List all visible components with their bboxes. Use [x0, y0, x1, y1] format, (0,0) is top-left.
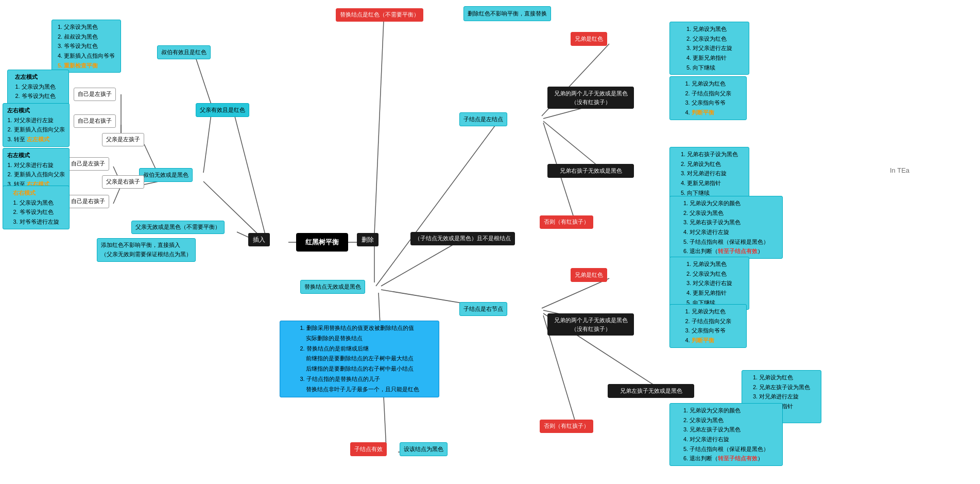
self-right-rr-steps: 右右模式 1. 父亲设为黑色 2. 爷爷设为红色 3. 对爷爷进行左旋	[3, 186, 70, 229]
svg-line-15	[376, 120, 500, 286]
svg-line-13	[374, 21, 384, 235]
child-right-label: 子结点是右节点	[463, 305, 503, 313]
brother-left-invalid-r-label: 兄弟左孩子无效或是黑色	[620, 387, 682, 395]
not-root-node: （子结点无效或是黑色）且不是根结点	[410, 232, 515, 245]
svg-line-23	[542, 278, 609, 308]
has-red-l-steps: 1. 兄弟设为父亲的颜色 2. 父亲设为黑色 3. 兄弟右孩子设为黑色 4. 对…	[669, 196, 783, 259]
brother-both-invalid-l-label: 兄弟的两个儿子无效或是黑色（没有红孩子）	[554, 89, 628, 106]
father-left-node: 父亲是左孩子	[102, 133, 144, 146]
set-black-label: 设该结点为黑色	[404, 445, 443, 454]
child-left-label: 子结点是左结点	[463, 115, 503, 124]
brother-both-invalid-l-node: 兄弟的两个儿子无效或是黑色（没有红孩子）	[547, 87, 634, 109]
self-left-1-label: 自己是左孩子	[78, 90, 112, 98]
father-valid-red-node: 父亲有效且是红色	[196, 103, 249, 117]
center-label: 红黑树平衡	[305, 237, 339, 247]
father-right-node: 父亲是右孩子	[102, 175, 144, 189]
has-red-l-node: 否则（有红孩子）	[540, 215, 593, 229]
brother-left-invalid-r-node: 兄弟左孩子无效或是黑色	[608, 384, 694, 398]
uncle-valid-red-node: 叔伯有效且是红色	[157, 45, 211, 59]
replace-invalid-black-node: 替换结点无效或是黑色	[300, 280, 365, 294]
brother-both-invalid-l-steps: 1. 兄弟设为红色 2. 子结点指向父亲 3. 父亲指向爷爷 4. 判断平衡	[669, 76, 747, 120]
not-root-label: （子结点无效或是黑色）且不是根结点	[415, 235, 511, 243]
child-right-node: 子结点是右节点	[459, 302, 507, 316]
father-valid-red-label: 父亲有效且是红色	[200, 106, 245, 114]
center-node: 红黑树平衡	[296, 233, 348, 252]
replace-red-steps: 删除红色不影响平衡，直接替换	[463, 6, 551, 21]
uncle-invalid-black-node: 叔伯无效或是黑色	[139, 168, 193, 182]
self-left-1-node: 自己是左孩子	[74, 88, 116, 101]
brother-red-l-steps: 1. 兄弟设为黑色 2. 父亲设为红色 3. 对父亲进行左旋 4. 更新兄弟指针…	[669, 22, 749, 75]
set-black-node: 设该结点为黑色	[400, 442, 448, 456]
father-invalid-black-note: 添加红色不影响平衡，直接插入（父亲无效则需要保证根结点为黑）	[97, 238, 196, 262]
father-left-label: 父亲是左孩子	[106, 136, 140, 144]
self-right-2-label: 自己是右孩子	[71, 197, 105, 206]
brother-red-r-label: 兄弟是红色	[575, 271, 603, 279]
child-valid-node: 子结点有效	[350, 442, 387, 456]
svg-line-5	[196, 58, 211, 104]
delete-node: 删除	[357, 233, 379, 246]
in-tea-label: In TEa	[890, 166, 909, 174]
brother-right-invalid-l-label: 兄弟右孩子无效或是黑色	[560, 166, 622, 175]
self-right-2-node: 自己是右孩子	[67, 195, 109, 208]
self-left-2-node: 自己是左孩子	[67, 157, 109, 171]
brother-both-invalid-r-label: 兄弟的两个儿子无效或是黑色（没有红孩子）	[554, 316, 628, 333]
father-invalid-black-node: 父亲无效或是黑色（不需要平衡）	[131, 221, 225, 234]
svg-line-17	[381, 242, 457, 286]
uncle-valid-red-steps: 1. 父亲设为黑色 2. 叔叔设为黑色 3. 爷爷设为红色 4. 更新插入点指向…	[51, 20, 121, 73]
delete-label: 删除	[362, 235, 374, 244]
uncle-invalid-black-label: 叔伯无效或是黑色	[143, 171, 188, 179]
svg-line-8	[144, 181, 159, 185]
father-invalid-black-label: 父亲无效或是黑色（不需要平衡）	[135, 223, 220, 231]
svg-line-6	[203, 114, 211, 173]
replace-invalid-black-label: 替换结点无效或是黑色	[304, 282, 361, 291]
brother-red-r-steps: 1. 兄弟设为黑色 2. 父亲设为红色 3. 对父亲进行右旋 4. 更新兄弟指针…	[669, 257, 749, 310]
uncle-valid-red-label: 叔伯有效且是红色	[161, 48, 207, 57]
insert-label: 插入	[253, 235, 265, 244]
child-valid-label: 子结点有效	[354, 445, 383, 454]
self-right-1-label: 自己是右孩子	[78, 117, 112, 125]
self-right-lr-steps: 左右模式 1. 对父亲进行左旋 2. 更新插入点指向父亲 3. 转至 左左模式	[3, 103, 70, 147]
self-right-1-node: 自己是右孩子	[74, 114, 116, 128]
delete-info-steps: 1. 删除采用替换结点的值更改被删除结点的值 实际删除的是替换结点 2. 替换结…	[280, 321, 439, 397]
replace-red-node: 替换结点是红色（不需要平衡）	[336, 8, 423, 22]
has-red-r-steps: 1. 兄弟设为父亲的颜色 2. 父亲设为黑色 3. 兄弟左孩子设为黑色 4. 对…	[669, 403, 783, 466]
brother-right-invalid-l-steps: 1. 兄弟右孩子设为黑色 2. 兄弟设为红色 3. 对兄弟进行右旋 4. 更新兄…	[669, 147, 749, 200]
has-red-r-node: 否则（有红孩子）	[540, 420, 593, 433]
has-red-r-label: 否则（有红孩子）	[544, 422, 589, 430]
has-red-l-label: 否则（有红孩子）	[544, 218, 589, 226]
brother-both-invalid-r-steps: 1. 兄弟设为红色 2. 子结点指向父亲 3. 父亲指向爷爷 4. 判断平衡	[669, 304, 747, 348]
brother-red-l-label: 兄弟是红色	[575, 35, 603, 43]
child-left-node: 子结点是左结点	[459, 112, 507, 126]
svg-line-2	[234, 114, 265, 235]
brother-red-l-node: 兄弟是红色	[571, 32, 607, 46]
mindmap-canvas: 红黑树平衡 插入 删除 叔伯有效且是红色 父亲有效且是红色 叔伯无效或是黑色 父…	[0, 0, 980, 484]
father-right-label: 父亲是右孩子	[106, 178, 140, 186]
self-left-2-label: 自己是左孩子	[71, 160, 105, 168]
brother-right-invalid-l-node: 兄弟右孩子无效或是黑色	[547, 164, 634, 178]
brother-red-r-node: 兄弟是红色	[571, 268, 607, 282]
insert-node: 插入	[248, 233, 270, 246]
brother-both-invalid-r-node: 兄弟的两个儿子无效或是黑色（没有红孩子）	[547, 313, 634, 336]
replace-red-label: 替换结点是红色（不需要平衡）	[340, 11, 419, 19]
